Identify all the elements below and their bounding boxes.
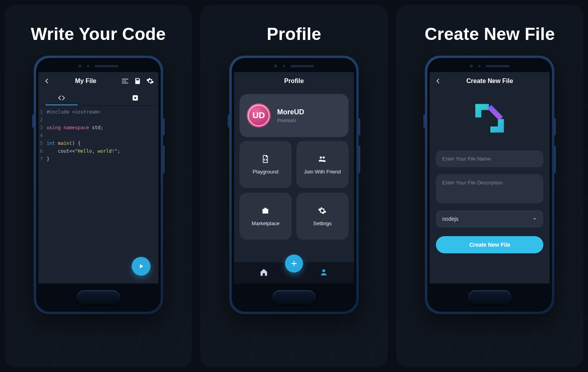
language-select[interactable]: nodejs <box>436 210 543 228</box>
code-editor[interactable]: 1 2 3 4 5 6 7 #include <iostream> using … <box>38 106 158 163</box>
tile-join-friend[interactable]: Join With Friend <box>296 141 348 188</box>
preview-icon <box>131 94 140 102</box>
filename-input[interactable]: Enter Your File Name <box>436 150 543 167</box>
screen-profile: Profile UD MoreUD Premium Playground <box>234 72 354 284</box>
headline-2: Profile <box>267 24 321 44</box>
screen-create-file: Create New File <box>430 72 550 284</box>
phone-frame-2: Profile UD MoreUD Premium Playground <box>229 56 359 314</box>
tile-playground-label: Playground <box>253 169 279 175</box>
create-title: Create New File <box>446 78 533 85</box>
language-value: nodejs <box>442 216 458 222</box>
tile-playground[interactable]: Playground <box>240 141 292 188</box>
nav-profile[interactable] <box>319 268 328 278</box>
headline-1: Write Your Code <box>31 24 166 44</box>
phone-frame-3: Create New File <box>425 56 554 314</box>
briefcase-icon <box>261 206 270 215</box>
editor-title: My File <box>55 78 117 85</box>
back-icon[interactable] <box>42 77 51 85</box>
person-icon <box>319 268 328 276</box>
home-button-hw[interactable] <box>77 290 120 304</box>
nav-home[interactable] <box>260 268 268 278</box>
line-gutter: 1 2 3 4 5 6 7 <box>40 108 47 163</box>
tile-join-label: Join With Friend <box>304 169 341 175</box>
description-input[interactable]: Enter Your File Description <box>436 174 543 203</box>
code-body: #include <iostream> using namespace std;… <box>47 108 120 163</box>
run-button[interactable] <box>132 257 151 276</box>
create-file-button[interactable]: Create New File <box>436 236 543 253</box>
people-icon <box>318 155 327 163</box>
screen-editor: My File <box>38 72 158 284</box>
panel-profile: Profile Profile UD MoreUD Premium <box>200 5 387 367</box>
home-icon <box>260 268 268 276</box>
tile-settings[interactable]: Settings <box>296 193 348 240</box>
phone-frame-1: My File <box>34 56 163 314</box>
profile-name: MoreUD <box>277 108 304 116</box>
tile-market-label: Marketplace <box>252 220 279 226</box>
settings-icon[interactable] <box>146 77 154 85</box>
svg-rect-2 <box>488 105 503 120</box>
home-button-hw[interactable] <box>272 290 316 304</box>
avatar: UD <box>247 103 271 128</box>
file-code-icon <box>261 155 270 163</box>
app-logo <box>471 99 508 137</box>
tab-code[interactable] <box>45 90 78 105</box>
home-button-hw[interactable] <box>468 290 511 304</box>
back-icon[interactable] <box>434 77 442 85</box>
tab-preview[interactable] <box>119 90 151 105</box>
tile-marketplace[interactable]: Marketplace <box>240 193 292 240</box>
bottom-nav <box>234 262 354 284</box>
profile-title: Profile <box>284 78 304 85</box>
format-icon[interactable] <box>121 77 129 85</box>
profile-subtitle: Premium <box>277 118 304 123</box>
tile-settings-label: Settings <box>313 220 332 226</box>
save-icon[interactable] <box>133 77 142 85</box>
headline-3: Create New File <box>425 24 555 44</box>
panel-write-code: Write Your Code My File <box>5 5 192 367</box>
chevron-down-icon <box>532 217 537 221</box>
logo-icon <box>471 99 508 137</box>
svg-point-1 <box>134 97 136 99</box>
plus-icon <box>290 259 298 268</box>
nav-add-button[interactable] <box>285 255 303 273</box>
profile-card[interactable]: UD MoreUD Premium <box>240 94 348 137</box>
panel-create-file: Create New File Create New File <box>396 5 583 367</box>
code-icon <box>57 94 66 102</box>
gear-icon <box>318 206 327 215</box>
play-icon <box>138 263 145 270</box>
